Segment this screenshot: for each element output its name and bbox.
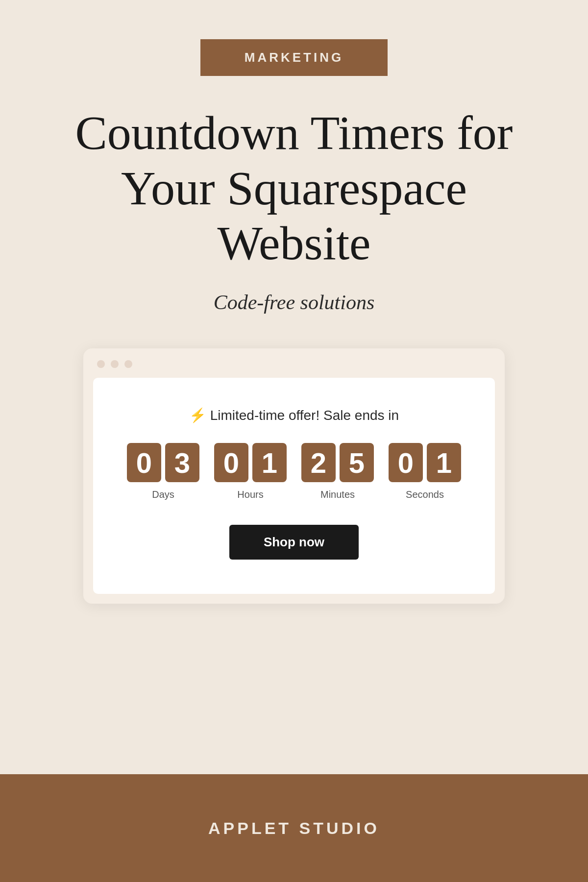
minutes-label: Minutes (320, 489, 355, 500)
browser-content: ⚡ Limited-time offer! Sale ends in 0 3 D… (93, 378, 495, 594)
days-digit-0: 0 (127, 443, 161, 482)
seconds-digits: 0 1 (389, 443, 461, 482)
shop-now-button[interactable]: Shop now (229, 525, 359, 560)
countdown-container: 0 3 Days 0 1 Hours 2 (127, 443, 461, 500)
seconds-digit-1: 1 (427, 443, 461, 482)
countdown-minutes: 2 5 Minutes (301, 443, 374, 500)
marketing-label: MARKETING (245, 50, 343, 65)
offer-text: ⚡ Limited-time offer! Sale ends in (189, 407, 399, 423)
dot-2 (111, 360, 119, 368)
dot-3 (124, 360, 132, 368)
lightning-icon: ⚡ (189, 408, 206, 423)
browser-mockup: ⚡ Limited-time offer! Sale ends in 0 3 D… (83, 348, 505, 604)
countdown-days: 0 3 Days (127, 443, 199, 500)
browser-dots (83, 360, 505, 378)
subtitle: Code-free solutions (214, 291, 375, 314)
dot-1 (97, 360, 105, 368)
hours-label: Hours (237, 489, 263, 500)
hours-digits: 0 1 (214, 443, 287, 482)
days-label: Days (152, 489, 174, 500)
countdown-hours: 0 1 Hours (214, 443, 287, 500)
seconds-label: Seconds (406, 489, 444, 500)
marketing-badge: MARKETING (200, 39, 388, 76)
days-digits: 0 3 (127, 443, 199, 482)
minutes-digit-1: 5 (340, 443, 374, 482)
minutes-digits: 2 5 (301, 443, 374, 482)
page-title: Countdown Timers for Your Squarespace We… (74, 105, 514, 271)
seconds-digit-0: 0 (389, 443, 423, 482)
hours-digit-0: 0 (214, 443, 248, 482)
minutes-digit-0: 2 (301, 443, 336, 482)
footer: APPLET STUDIO (0, 774, 588, 882)
days-digit-1: 3 (165, 443, 199, 482)
countdown-seconds: 0 1 Seconds (389, 443, 461, 500)
hours-digit-1: 1 (252, 443, 287, 482)
top-section: MARKETING Countdown Timers for Your Squa… (0, 0, 588, 774)
brand-name: APPLET STUDIO (208, 819, 380, 838)
